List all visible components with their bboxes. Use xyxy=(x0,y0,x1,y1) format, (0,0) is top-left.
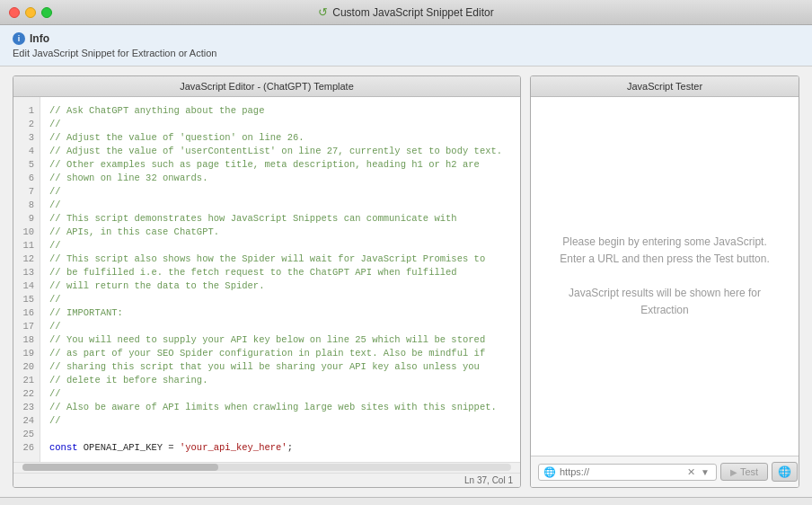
dialog: i Info Edit JavaScript Snippet for Extra… xyxy=(0,25,812,505)
tester-content: Please begin by entering some JavaScript… xyxy=(531,97,799,456)
scrollbar-track xyxy=(22,464,511,471)
url-clear-button[interactable]: ✕ xyxy=(687,466,695,478)
url-dropdown-button[interactable]: ▼ xyxy=(699,467,711,477)
close-button[interactable] xyxy=(9,7,20,18)
minimize-button[interactable] xyxy=(25,7,36,18)
tester-url-bar: 🌐 ✕ ▼ ▶ Test 🌐 xyxy=(531,456,799,487)
test-button[interactable]: ▶ Test xyxy=(720,463,768,481)
tester-placeholder: Please begin by entering some JavaScript… xyxy=(549,234,781,320)
app-icon: ↺ xyxy=(318,5,328,19)
editors-area: JavaScript Editor - (ChatGPT) Template 1… xyxy=(0,66,812,497)
code-text[interactable]: // Ask ChatGPT anything about the page /… xyxy=(40,97,520,462)
code-area[interactable]: 12345 678910 1112131415 1617181920 21222… xyxy=(13,97,520,473)
globe-icon: 🌐 xyxy=(543,466,556,478)
js-tester-header: JavaScript Tester xyxy=(531,76,799,97)
info-description: Edit JavaScript Snippet for Extraction o… xyxy=(13,48,799,58)
bottom-toolbar: Extraction ▼ Content Types text/html ✎ A… xyxy=(0,497,812,505)
title-bar: ↺ Custom JavaScript Snippet Editor xyxy=(0,0,812,25)
line-numbers: 12345 678910 1112131415 1617181920 21222… xyxy=(13,97,40,462)
js-editor-header: JavaScript Editor - (ChatGPT) Template xyxy=(13,76,520,97)
info-title: i Info xyxy=(13,32,799,45)
info-icon: i xyxy=(13,32,25,45)
window-title: ↺ Custom JavaScript Snippet Editor xyxy=(318,5,493,19)
code-content[interactable]: 12345 678910 1112131415 1617181920 21222… xyxy=(13,97,520,462)
status-bar: Ln 37, Col 1 xyxy=(13,473,520,487)
play-icon: ▶ xyxy=(730,467,737,477)
url-input-wrapper[interactable]: 🌐 ✕ ▼ xyxy=(538,464,717,481)
window-controls xyxy=(9,7,52,18)
scrollbar-thumb[interactable] xyxy=(22,464,218,471)
url-input[interactable] xyxy=(560,466,684,477)
horizontal-scrollbar[interactable] xyxy=(13,462,520,473)
info-section: i Info Edit JavaScript Snippet for Extra… xyxy=(0,25,812,66)
js-tester-panel: JavaScript Tester Please begin by enteri… xyxy=(530,75,799,488)
js-editor-panel: JavaScript Editor - (ChatGPT) Template 1… xyxy=(13,75,521,488)
world-button[interactable]: 🌐 xyxy=(772,462,798,482)
maximize-button[interactable] xyxy=(41,7,52,18)
